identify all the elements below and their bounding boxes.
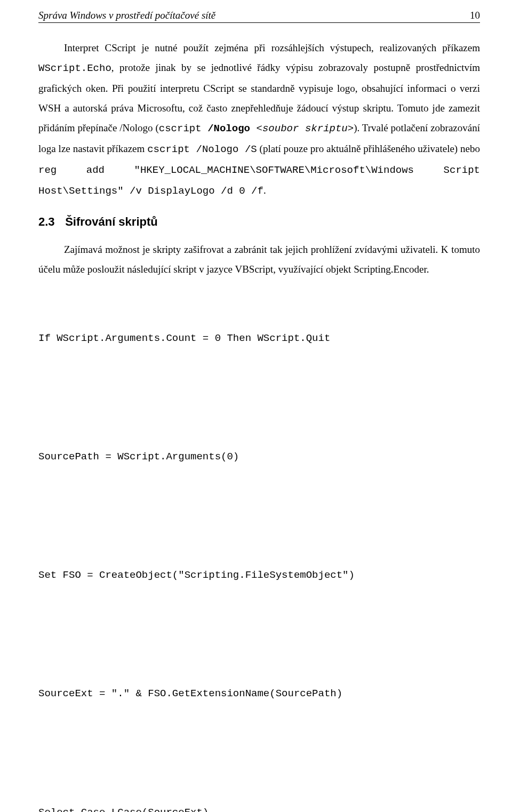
para1-t1: Interpret CScript je nutné použít zejmén… (64, 42, 480, 53)
page-number: 10 (470, 10, 480, 21)
para1-code-soubor: <soubor skriptu> (250, 123, 354, 134)
code-line-05: Select Case LCase(SourceExt) (38, 803, 480, 812)
paragraph-2: Zajímavá možnost je skripty zašifrovat a… (38, 240, 480, 279)
section-heading: 2.3 Šifrování skriptů (38, 215, 480, 229)
para1-code-nologo: /Nologo (207, 123, 250, 134)
code-line-01: If WScript.Arguments.Count = 0 Then WScr… (38, 329, 480, 348)
para1-t5: . (263, 185, 266, 196)
para1-code-cscript: cscript (159, 123, 207, 134)
code-listing: If WScript.Arguments.Count = 0 Then WScr… (38, 289, 480, 812)
para1-code-regadd: reg add "HKEY_LOCAL_MACHINE\SOFTWARE\Mic… (38, 164, 480, 197)
para1-code-nologo-s: cscript /Nologo /S (147, 144, 257, 155)
code-line-02: SourcePath = WScript.Arguments(0) (38, 447, 480, 467)
para1-code-soubor-italic: <soubor skriptu> (250, 123, 354, 134)
para1-t4: (platí pouze pro aktuálně přihlášeného u… (257, 143, 480, 154)
paragraph-1: Interpret CScript je nutné použít zejmén… (38, 38, 480, 201)
section-number: 2.3 (38, 215, 62, 229)
section-title: Šifrování skriptů (65, 215, 158, 228)
code-line-03: Set FSO = CreateObject("Scripting.FileSy… (38, 566, 480, 585)
page-header: Správa Windows v prostředí počítačové sí… (38, 10, 480, 23)
header-title: Správa Windows v prostředí počítačové sí… (38, 10, 215, 21)
code-line-04: SourceExt = "." & FSO.GetExtensionName(S… (38, 684, 480, 704)
para1-code-echo: WScript.Echo (38, 62, 111, 74)
